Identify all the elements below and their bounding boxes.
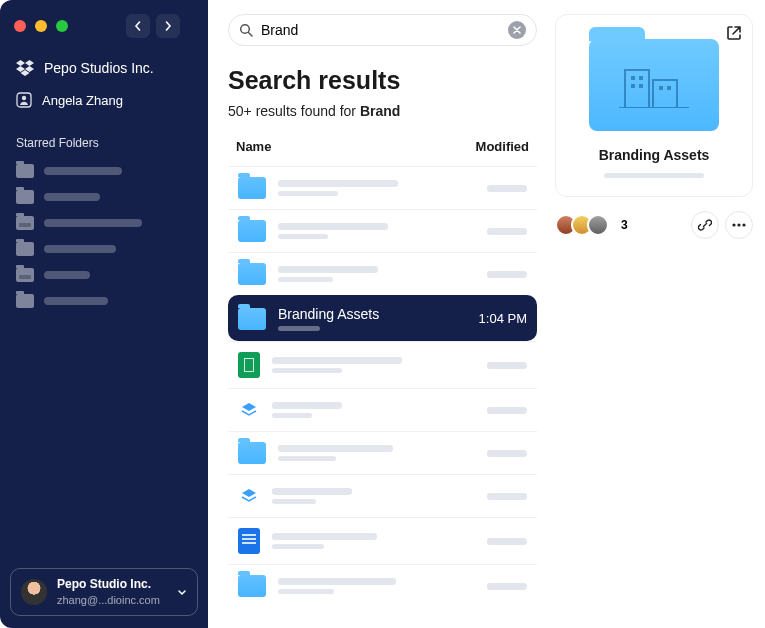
window-controls (10, 12, 198, 44)
dropbox-icon (16, 60, 34, 76)
placeholder-bar (272, 368, 342, 373)
placeholder-bar (272, 402, 342, 409)
placeholder-bar (487, 493, 527, 500)
starred-folder-item[interactable] (10, 212, 198, 234)
result-name: Branding Assets (278, 306, 443, 322)
search-input[interactable] (261, 22, 500, 38)
workspace-row[interactable]: Pepo Studios Inc. (10, 44, 198, 82)
starred-folder-item[interactable] (10, 238, 198, 260)
folder-icon (238, 263, 266, 285)
starred-folders-label: Starred Folders (10, 118, 198, 160)
svg-rect-5 (631, 76, 635, 80)
result-body (278, 445, 443, 461)
more-options-button[interactable] (725, 211, 753, 239)
result-modified (455, 493, 527, 500)
results-list: Branding Assets1:04 PM (228, 166, 537, 607)
results-subheading: 50+ results found for Brand (228, 103, 537, 119)
layer-icon (238, 485, 260, 507)
preview-panel: Branding Assets 3 (555, 14, 753, 628)
account-switcher[interactable]: Pepo Studio Inc. zhang@...dioinc.com (10, 568, 198, 616)
starred-folder-item[interactable] (10, 264, 198, 286)
layer-icon (238, 399, 260, 421)
shared-avatars[interactable] (555, 214, 609, 236)
results-count-text: 50+ results found for (228, 103, 360, 119)
svg-rect-10 (667, 86, 671, 90)
copy-link-button[interactable] (691, 211, 719, 239)
account-name: Pepo Studio Inc. (57, 577, 160, 593)
main-content: Search results 50+ results found for Bra… (208, 0, 765, 628)
svg-point-12 (737, 223, 740, 226)
placeholder-bar (272, 488, 352, 495)
result-modified (455, 450, 527, 457)
starred-folder-item[interactable] (10, 160, 198, 182)
result-body (278, 578, 443, 594)
preview-card: Branding Assets (555, 14, 753, 197)
user-row[interactable]: Angela Zhang (10, 82, 198, 118)
placeholder-bar (487, 362, 527, 369)
result-item[interactable] (228, 341, 537, 388)
open-external-icon (726, 25, 742, 41)
folder-icon (16, 216, 34, 230)
minimize-window-icon[interactable] (35, 20, 47, 32)
folder-icon (16, 294, 34, 308)
clear-search-button[interactable] (508, 21, 526, 39)
result-item[interactable] (228, 252, 537, 295)
column-header-modified[interactable]: Modified (449, 139, 529, 154)
folder-icon (238, 575, 266, 597)
result-item[interactable]: Branding Assets1:04 PM (228, 295, 537, 341)
results-term: Brand (360, 103, 400, 119)
placeholder-bar (44, 245, 116, 253)
result-item[interactable] (228, 166, 537, 209)
result-modified (455, 362, 527, 369)
svg-point-1 (22, 96, 26, 100)
result-item[interactable] (228, 517, 537, 564)
preview-title: Branding Assets (570, 147, 738, 163)
result-body (278, 266, 443, 282)
search-box[interactable] (228, 14, 537, 46)
result-body: Branding Assets (278, 306, 443, 331)
svg-rect-6 (639, 76, 643, 80)
svg-rect-3 (625, 70, 649, 108)
placeholder-bar (44, 193, 100, 201)
avatar-icon (587, 214, 609, 236)
placeholder-bar (487, 450, 527, 457)
placeholder-bar (272, 499, 316, 504)
avatar-count: 3 (621, 218, 628, 232)
placeholder-bar (272, 357, 402, 364)
column-header-name[interactable]: Name (236, 139, 449, 154)
nav-forward-button[interactable] (156, 14, 180, 38)
open-external-button[interactable] (726, 25, 742, 41)
account-email: zhang@...dioinc.com (57, 593, 160, 607)
user-icon (16, 92, 32, 108)
result-item[interactable] (228, 209, 537, 252)
starred-folder-item[interactable] (10, 186, 198, 208)
starred-folders-list (10, 160, 198, 312)
workspace-name: Pepo Studios Inc. (44, 60, 154, 76)
result-item[interactable] (228, 564, 537, 607)
result-item[interactable] (228, 388, 537, 431)
nav-back-button[interactable] (126, 14, 150, 38)
svg-rect-8 (639, 84, 643, 88)
starred-folder-item[interactable] (10, 290, 198, 312)
placeholder-bar (487, 583, 527, 590)
placeholder-bar (487, 271, 527, 278)
result-modified (455, 271, 527, 278)
placeholder-bar (487, 407, 527, 414)
ellipsis-icon (732, 223, 746, 227)
close-window-icon[interactable] (14, 20, 26, 32)
placeholder-bar (278, 578, 396, 585)
result-item[interactable] (228, 431, 537, 474)
chevron-right-icon (163, 21, 173, 31)
results-heading: Search results (228, 66, 537, 95)
result-modified (455, 228, 527, 235)
placeholder-bar (278, 445, 393, 452)
chevron-down-icon (177, 587, 187, 597)
result-item[interactable] (228, 474, 537, 517)
placeholder-bar (44, 219, 142, 227)
results-columns-header: Name Modified (228, 139, 537, 166)
maximize-window-icon[interactable] (56, 20, 68, 32)
search-icon (239, 23, 253, 37)
placeholder-bar (44, 167, 122, 175)
placeholder-bar (272, 533, 377, 540)
result-modified: 1:04 PM (455, 311, 527, 326)
